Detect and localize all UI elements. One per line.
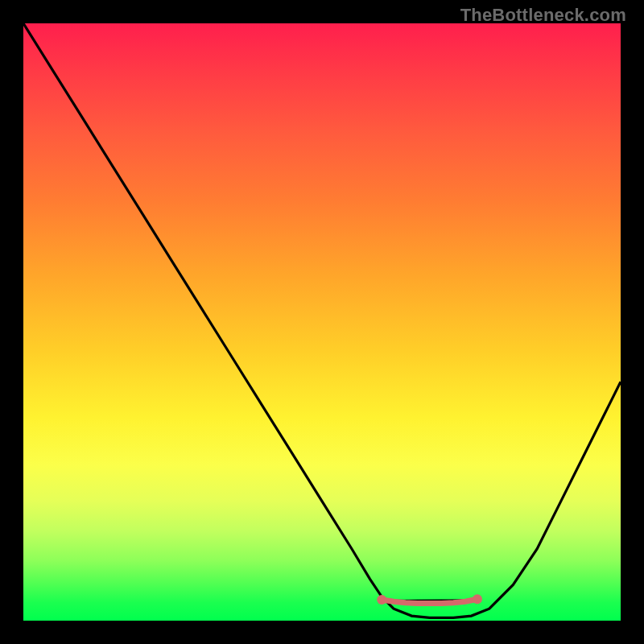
- optimal-range-marker: [382, 599, 477, 603]
- chart-frame: TheBottleneck.com: [0, 0, 644, 644]
- optimal-range-dot-left: [377, 595, 386, 605]
- optimal-range-dot-right: [473, 594, 482, 604]
- bottleneck-curve: [23, 23, 621, 617]
- curve-layer: [23, 23, 621, 621]
- plot-area: [23, 23, 621, 621]
